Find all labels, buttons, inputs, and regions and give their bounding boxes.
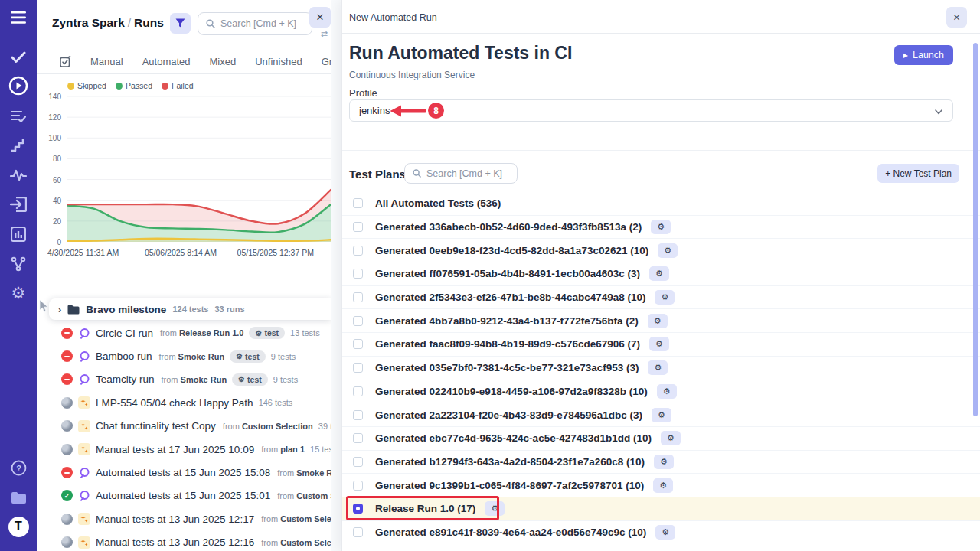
test-plans-icon[interactable] bbox=[0, 106, 37, 126]
checkbox[interactable] bbox=[353, 504, 363, 514]
test-plan-row[interactable]: Generated 4bb7a8b0-9212-43a4-b137-f772fe… bbox=[342, 308, 980, 332]
branches-icon[interactable] bbox=[0, 254, 37, 274]
automated-run-icon bbox=[78, 490, 90, 502]
plan-settings-button[interactable]: ⚙ bbox=[651, 220, 671, 234]
resize-handle-icon[interactable]: ⇄ bbox=[321, 29, 328, 39]
plan-settings-button[interactable]: ⚙ bbox=[655, 525, 675, 540]
run-test-badge[interactable]: ⚙test bbox=[249, 327, 285, 339]
tab-mixed[interactable]: Mixed bbox=[210, 56, 237, 67]
plan-settings-button[interactable]: ⚙ bbox=[661, 431, 681, 445]
test-plan-row[interactable]: Generated 0eeb9e18-f23d-4cd5-82dd-8a1a73… bbox=[342, 238, 980, 262]
test-plan-row[interactable]: Generated b12794f3-643a-4a2d-8504-23f1e7… bbox=[342, 450, 980, 474]
run-row[interactable]: Manual tests at 17 Jun 2025 10:09 from p… bbox=[37, 438, 331, 461]
run-row[interactable]: Manual tests at 13 Jun 2025 12:16 from C… bbox=[37, 531, 331, 551]
checkbox[interactable] bbox=[353, 222, 363, 232]
run-row[interactable]: Circle CI run from Release Run 1.0 ⚙test… bbox=[37, 321, 331, 344]
run-row[interactable]: Bamboo run from Smoke Run ⚙test 9 tests bbox=[37, 344, 331, 367]
plan-settings-button[interactable]: ⚙ bbox=[654, 455, 674, 469]
filter-button[interactable] bbox=[170, 13, 191, 34]
checkbox[interactable] bbox=[353, 269, 363, 279]
test-plan-label: Generated 336abecb-0b52-4d60-9ded-493f3f… bbox=[375, 221, 642, 233]
test-plan-row[interactable]: Generated ff076591-05ab-4b4b-8491-1ecb00… bbox=[342, 262, 980, 285]
plan-settings-button[interactable]: ⚙ bbox=[649, 266, 669, 281]
run-row[interactable]: LMP-554 05/04 check Happy Path ⚙ 146 tes… bbox=[37, 391, 331, 414]
checkbox[interactable] bbox=[353, 433, 363, 443]
checkbox[interactable] bbox=[353, 198, 363, 208]
select-runs-icon[interactable] bbox=[60, 56, 71, 67]
run-from-target: Release Run 1.0 bbox=[179, 328, 243, 337]
run-row[interactable]: Teamcity run from Smoke Run ⚙test 9 test… bbox=[37, 368, 331, 391]
plan-settings-button[interactable]: ⚙ bbox=[648, 360, 668, 375]
projects-folder-icon[interactable] bbox=[0, 487, 37, 507]
tab-unfinished[interactable]: Unfinished bbox=[255, 56, 302, 67]
steps-icon[interactable] bbox=[0, 135, 37, 155]
chevron-right-icon[interactable]: › bbox=[58, 304, 61, 315]
plan-settings-button[interactable]: ⚙ bbox=[648, 314, 668, 328]
checkbox[interactable] bbox=[353, 410, 363, 420]
legend-dot bbox=[67, 83, 74, 90]
runs-search-input[interactable]: Search [Cmd + K] bbox=[198, 12, 312, 35]
test-plan-row[interactable]: Release Run 1.0 (17) ⚙ bbox=[342, 497, 980, 520]
run-row[interactable]: Manual tests at 13 Jun 2025 12:17 from C… bbox=[37, 507, 331, 530]
plan-settings-button[interactable]: ⚙ bbox=[649, 337, 669, 351]
tests-check-icon[interactable] bbox=[0, 47, 37, 67]
plan-settings-button[interactable]: ⚙ bbox=[655, 290, 675, 305]
pulse-icon[interactable] bbox=[0, 165, 37, 185]
tab-groups[interactable]: Groups bbox=[322, 56, 331, 67]
run-test-badge[interactable]: ⚙test bbox=[232, 373, 268, 386]
x-tick: 05/06/2025 8:14 AM bbox=[145, 248, 217, 257]
checkbox[interactable] bbox=[353, 316, 363, 326]
drawer-scrollbar[interactable] bbox=[973, 43, 978, 416]
all-automated-tests-row[interactable]: All Automated Tests (536) bbox=[342, 191, 980, 215]
plan-settings-button[interactable]: ⚙ bbox=[658, 243, 678, 258]
gear-icon: ⚙ bbox=[660, 457, 668, 467]
settings-gear-icon[interactable]: ⚙ bbox=[0, 283, 37, 303]
test-plans-search-input[interactable]: Search [Cmd + K] bbox=[404, 163, 518, 184]
chart-plot-area bbox=[67, 96, 331, 242]
annotation-step-badge: 8 bbox=[428, 103, 444, 119]
checkbox[interactable] bbox=[353, 339, 363, 349]
run-tests-count: 15 tests bbox=[310, 445, 331, 454]
checkbox[interactable] bbox=[353, 527, 363, 537]
run-test-badge[interactable]: ⚙test bbox=[230, 350, 266, 363]
test-plan-row[interactable]: Generated 035e7bf0-7381-4c5c-be77-321e73… bbox=[342, 356, 980, 380]
new-test-plan-button[interactable]: + New Test Plan bbox=[877, 164, 959, 183]
checkbox[interactable] bbox=[353, 481, 363, 491]
plan-settings-button[interactable]: ⚙ bbox=[657, 384, 677, 399]
test-plan-row[interactable]: Generated 336abecb-0b52-4d60-9ded-493f3f… bbox=[342, 215, 980, 239]
test-plan-row[interactable]: Generated 9c1399b1-c065-4f84-8697-7af2c5… bbox=[342, 473, 980, 497]
breadcrumb-project[interactable]: Zyntra Spark bbox=[52, 16, 125, 29]
app-logo[interactable]: T bbox=[0, 517, 37, 536]
plan-settings-button[interactable]: ⚙ bbox=[653, 478, 673, 493]
test-plan-row[interactable]: Generated 2a223104-f20e-4b43-83d9-e78459… bbox=[342, 403, 980, 426]
run-row[interactable]: Automated tests at 15 Jun 2025 15:08 fro… bbox=[37, 461, 331, 484]
checkbox[interactable] bbox=[353, 363, 363, 373]
test-plan-row[interactable]: Generated 022410b9-e918-4459-a106-97d2a9… bbox=[342, 380, 980, 403]
help-icon[interactable]: ? bbox=[0, 458, 37, 478]
test-plan-row[interactable]: Generated e891c41f-8039-4e64-aa24-e0d56e… bbox=[342, 520, 980, 544]
launch-button[interactable]: ▶ Launch bbox=[894, 45, 953, 65]
checkbox[interactable] bbox=[353, 457, 363, 467]
run-row[interactable]: Chat functinality test Copy from Custom … bbox=[37, 415, 331, 438]
legend-label: Passed bbox=[126, 81, 152, 90]
close-panel-button[interactable]: ✕ bbox=[309, 7, 331, 28]
tab-manual[interactable]: Manual bbox=[90, 56, 123, 67]
run-row[interactable]: Automated tests at 15 Jun 2025 15:01 fro… bbox=[37, 484, 331, 507]
plan-settings-button[interactable]: ⚙ bbox=[485, 501, 505, 516]
checkbox[interactable] bbox=[353, 292, 363, 302]
run-status-icon bbox=[61, 328, 73, 339]
milestone-row[interactable]: › Bravo milestone 124 tests 33 runs bbox=[49, 298, 331, 320]
menu-icon[interactable] bbox=[0, 8, 37, 28]
tab-automated[interactable]: Automated bbox=[142, 56, 191, 67]
checkbox[interactable] bbox=[353, 386, 363, 396]
analytics-icon[interactable] bbox=[0, 224, 37, 244]
drawer-close-button[interactable]: ✕ bbox=[946, 7, 967, 28]
import-icon[interactable] bbox=[0, 194, 37, 214]
test-plan-label: Generated 9c1399b1-c065-4f84-8697-7af2c5… bbox=[375, 480, 644, 491]
test-plan-row[interactable]: Generated ebc77c4d-9635-424c-ac5e-427483… bbox=[342, 426, 980, 450]
test-plan-row[interactable]: Generated faac8f09-94b8-4b19-89d9-c576cd… bbox=[342, 332, 980, 356]
plan-settings-button[interactable]: ⚙ bbox=[652, 408, 671, 422]
test-plan-row[interactable]: Generated 2f5343e3-ef26-47b1-be8b-44cabc… bbox=[342, 285, 980, 309]
checkbox[interactable] bbox=[353, 246, 363, 256]
runs-play-icon[interactable] bbox=[0, 76, 37, 96]
